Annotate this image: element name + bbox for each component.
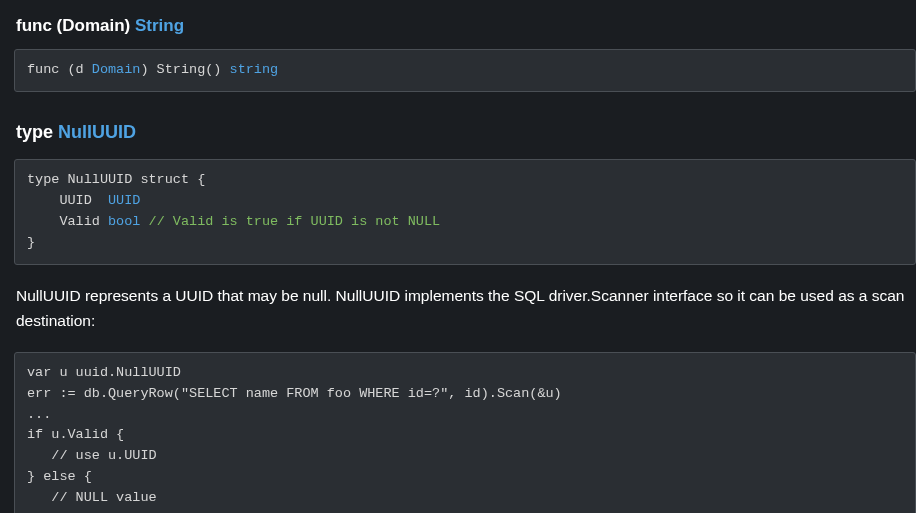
func-domain-string-signature: func (d Domain) String() string <box>14 49 916 92</box>
heading-link[interactable]: NullUUID <box>58 122 136 142</box>
type-link-uuid[interactable]: UUID <box>108 193 140 208</box>
heading-link[interactable]: String <box>135 16 184 35</box>
type-nulluuid-description: NullUUID represents a UUID that may be n… <box>14 283 916 334</box>
type-nulluuid-example: var u uuid.NullUUID err := db.QueryRow("… <box>14 352 916 513</box>
code-pad: UUID <box>27 193 108 208</box>
code-line: } <box>27 235 35 250</box>
doc-content: func (Domain) String func (d Domain) Str… <box>0 0 916 513</box>
type-link-domain[interactable]: Domain <box>92 62 141 77</box>
code-line: type NullUUID struct { <box>27 172 205 187</box>
code-sp <box>140 214 148 229</box>
code-text: ) String() <box>140 62 229 77</box>
heading-prefix: type <box>16 122 58 142</box>
code-pad: Valid <box>27 214 108 229</box>
heading-prefix: func (Domain) <box>16 16 135 35</box>
builtin-bool[interactable]: bool <box>108 214 140 229</box>
code-comment: // Valid is true if UUID is not NULL <box>149 214 441 229</box>
builtin-string[interactable]: string <box>230 62 279 77</box>
type-nulluuid-declaration: type NullUUID struct { UUID UUID Valid b… <box>14 159 916 265</box>
code-text: func (d <box>27 62 92 77</box>
type-nulluuid-heading[interactable]: type NullUUID <box>14 118 916 147</box>
func-domain-string-heading[interactable]: func (Domain) String <box>14 12 916 39</box>
